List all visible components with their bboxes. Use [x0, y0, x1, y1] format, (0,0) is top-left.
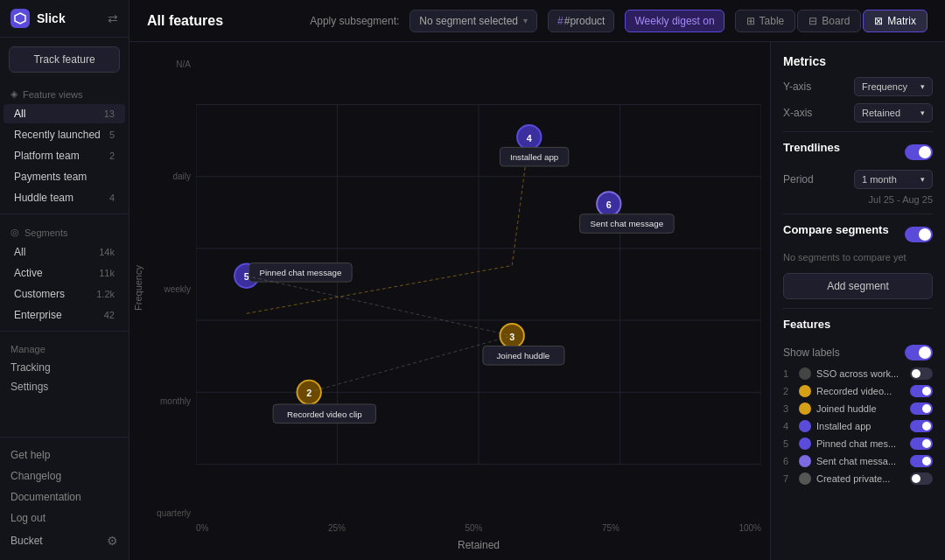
- sidebar-item-recently-launched[interactable]: Recently launched 5: [4, 125, 125, 144]
- content-area: Frequency N/A daily weekly monthly quart…: [130, 42, 945, 560]
- svg-text:Pinned chat message: Pinned chat message: [259, 268, 341, 277]
- track-feature-button[interactable]: Track feature: [9, 46, 120, 73]
- y-axis-selector[interactable]: Frequency ▾: [854, 77, 933, 96]
- feature-toggle-7[interactable]: [910, 472, 933, 485]
- sidebar-segment-enterprise[interactable]: Enterprise 42: [4, 305, 125, 325]
- feature-toggle-5[interactable]: [910, 438, 933, 450]
- feature-toggle-4[interactable]: [910, 420, 933, 432]
- sidebar: Slick ⇄ Track feature ◈ Feature views Al…: [0, 0, 130, 560]
- footer-changelog[interactable]: Changelog: [0, 466, 129, 486]
- date-range: Jul 25 - Aug 25: [783, 194, 933, 205]
- product-tag[interactable]: # #product: [548, 10, 614, 32]
- no-segments-text: No segments to compare yet: [783, 252, 933, 262]
- sidebar-item-all[interactable]: All 13: [4, 104, 125, 123]
- sidebar-settings[interactable]: Settings: [0, 377, 129, 396]
- period-value: 1 month: [862, 174, 897, 185]
- feature-row-1: 1 SSO across work...: [783, 368, 933, 380]
- chart-area: Frequency N/A daily weekly monthly quart…: [130, 42, 770, 560]
- period-row: Period 1 month ▾: [783, 170, 933, 189]
- feature-dot-3: [799, 402, 811, 415]
- features-list: 1 SSO across work... 2 Recorded video...…: [783, 368, 933, 485]
- svg-line-29: [309, 336, 512, 393]
- sidebar-tracking[interactable]: Tracking: [0, 358, 129, 377]
- feature-toggle-1[interactable]: [910, 368, 933, 380]
- sidebar-collapse-icon[interactable]: ⇄: [108, 11, 118, 25]
- feature-dot-6: [799, 455, 811, 467]
- svg-text:3: 3: [509, 332, 514, 342]
- segment-selector[interactable]: No segment selected ▾: [410, 10, 537, 32]
- sidebar-divider-2: [0, 331, 129, 332]
- feature-dot-7: [799, 472, 811, 485]
- topbar: All features Apply subsegment: No segmen…: [130, 0, 945, 42]
- show-labels-label: Show labels: [783, 346, 840, 359]
- feature-dot-2: [799, 385, 811, 397]
- feature-views-section[interactable]: ◈ Feature views: [0, 81, 129, 103]
- sidebar-item-platform-team[interactable]: Platform team 2: [4, 146, 125, 165]
- segments-icon: ◎: [10, 227, 19, 238]
- sidebar-logo: Slick ⇄: [0, 0, 129, 38]
- table-icon: ⊞: [746, 15, 755, 27]
- feature-toggle-6[interactable]: [910, 455, 933, 467]
- x-axis-value: Retained: [862, 108, 900, 118]
- sidebar-item-huddle-team[interactable]: Huddle team 4: [4, 188, 125, 207]
- y-axis-chevron-icon: ▾: [920, 82, 925, 91]
- compare-segments-title: Compare segments: [783, 223, 889, 236]
- segments-section[interactable]: ◎ Segments: [0, 220, 129, 242]
- right-panel: Metrics Y-axis Frequency ▾ X-axis Retain…: [770, 42, 945, 560]
- bucket-label: Bucket: [10, 535, 43, 547]
- app-logo-icon: [10, 9, 30, 28]
- add-segment-button[interactable]: Add segment: [783, 273, 933, 299]
- trendlines-toggle[interactable]: [905, 144, 933, 160]
- sidebar-segment-all[interactable]: All 14k: [4, 242, 125, 262]
- tab-board[interactable]: ⊟ Board: [797, 10, 861, 32]
- svg-text:6: 6: [606, 200, 612, 210]
- footer-log-out[interactable]: Log out: [0, 508, 129, 528]
- features-title: Features: [783, 318, 830, 331]
- feature-row-6: 6 Sent chat messa...: [783, 455, 933, 467]
- svg-text:Recorded video clip: Recorded video clip: [287, 410, 362, 419]
- x-axis-selector[interactable]: Retained ▾: [854, 103, 933, 122]
- tab-table[interactable]: ⊞ Table: [735, 10, 796, 32]
- bucket-row[interactable]: Bucket ⚙: [0, 528, 129, 553]
- sidebar-item-payments-team[interactable]: Payments team: [4, 167, 125, 186]
- matrix-icon: ⊠: [874, 15, 883, 27]
- period-chevron-icon: ▾: [920, 175, 925, 184]
- svg-text:Installed app: Installed app: [510, 152, 559, 162]
- feature-toggle-2[interactable]: [910, 385, 933, 397]
- x-axis-row: X-axis Retained ▾: [783, 103, 933, 122]
- feature-dot-5: [799, 438, 811, 450]
- tab-matrix[interactable]: ⊠ Matrix: [863, 10, 928, 32]
- divider-2: [783, 214, 933, 214]
- trendlines-label: Trendlines: [783, 141, 840, 154]
- show-labels-toggle[interactable]: [905, 345, 933, 360]
- board-icon: ⊟: [808, 15, 817, 27]
- footer-documentation[interactable]: Documentation: [0, 486, 129, 508]
- app-name: Slick: [37, 11, 66, 25]
- y-axis-label-text: Y-axis: [783, 80, 811, 93]
- weekly-digest-button[interactable]: Weekly digest on: [625, 10, 724, 32]
- segment-selector-value: No segment selected: [419, 15, 518, 27]
- feature-row-7: 7 Created private...: [783, 472, 933, 485]
- period-selector[interactable]: 1 month ▾: [854, 170, 933, 189]
- footer-get-help[interactable]: Get help: [0, 444, 129, 466]
- svg-text:Sent chat message: Sent chat message: [591, 219, 664, 228]
- compare-segments-row: Compare segments: [783, 223, 933, 245]
- period-label: Period: [783, 173, 814, 186]
- y-axis-row: Y-axis Frequency ▾: [783, 77, 933, 96]
- sidebar-segment-customers[interactable]: Customers 1.2k: [4, 284, 125, 304]
- y-axis-label: Frequency: [133, 265, 144, 311]
- feature-toggle-3[interactable]: [910, 402, 933, 415]
- page-title: All features: [147, 13, 299, 29]
- y-tick-monthly: monthly: [147, 396, 191, 406]
- divider-1: [783, 131, 933, 132]
- y-axis-value: Frequency: [862, 81, 907, 92]
- main-content: All features Apply subsegment: No segmen…: [130, 0, 945, 560]
- divider-3: [783, 308, 933, 309]
- compare-segments-toggle[interactable]: [905, 227, 933, 242]
- x-axis-chevron-icon: ▾: [920, 108, 925, 117]
- tab-table-label: Table: [760, 15, 785, 27]
- feature-views-icon: ◈: [10, 88, 18, 100]
- feature-row-3: 3 Joined huddle: [783, 402, 933, 415]
- sidebar-segment-active[interactable]: Active 11k: [4, 263, 125, 283]
- bucket-settings-icon[interactable]: ⚙: [107, 534, 118, 548]
